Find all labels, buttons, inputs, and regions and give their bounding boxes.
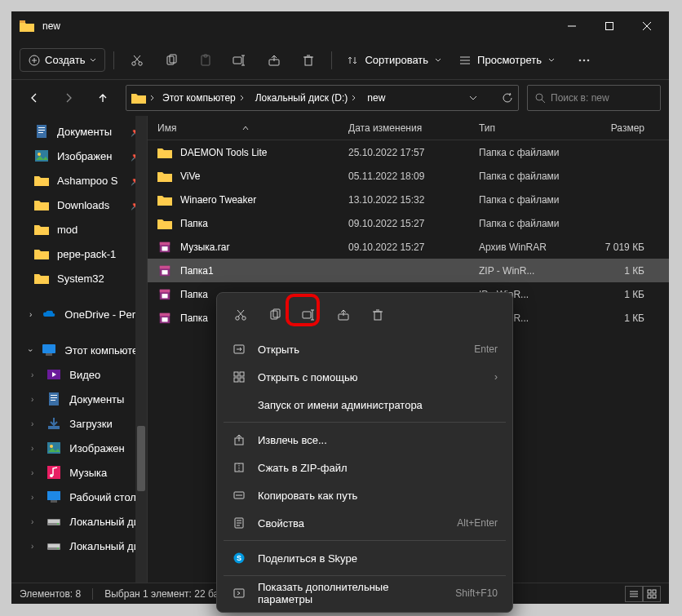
ctx-open[interactable]: ОткрытьEnter: [222, 335, 507, 363]
sidebar-item[interactable]: pepe-pack-1: [11, 242, 147, 266]
minimize-button[interactable]: [553, 13, 591, 39]
back-button[interactable]: [20, 83, 49, 113]
sidebar-scrollbar[interactable]: [135, 116, 147, 583]
scroll-thumb[interactable]: [137, 426, 145, 491]
ctx-copy-path[interactable]: Копировать как путь: [222, 481, 507, 509]
svg-rect-63: [162, 270, 167, 274]
sort-label: Сортировать: [365, 54, 428, 66]
svg-rect-74: [653, 590, 656, 593]
svg-point-57: [58, 547, 60, 549]
ctx-share-button[interactable]: [328, 301, 359, 329]
svg-rect-73: [648, 590, 651, 593]
file-row[interactable]: Музыка.rar09.10.2022 15:27Архив WinRAR7 …: [148, 235, 669, 259]
ellipsis-icon: [578, 54, 591, 67]
close-button[interactable]: [628, 13, 666, 39]
header-name[interactable]: Имя: [148, 122, 348, 134]
status-selected: Выбран 1 элемент: 22 байт: [104, 588, 228, 600]
paste-button[interactable]: [191, 46, 220, 75]
ctx-properties[interactable]: СвойстваAlt+Enter: [222, 509, 507, 537]
chevron-down-icon: [90, 57, 96, 64]
extract-icon: [232, 432, 246, 447]
ctx-copy-button[interactable]: [259, 301, 290, 329]
share-button[interactable]: [259, 46, 289, 75]
more-button[interactable]: [569, 46, 599, 75]
sidebar-item[interactable]: mod: [11, 217, 147, 242]
svg-point-77: [236, 317, 239, 320]
sidebar-item[interactable]: ›Видео: [11, 362, 147, 387]
ctx-delete-button[interactable]: [362, 301, 393, 329]
file-row[interactable]: Winaero Tweaker13.10.2022 15:32Папка с ф…: [148, 188, 669, 211]
sidebar-item[interactable]: Изображен📌: [11, 144, 147, 168]
file-row[interactable]: Папка09.10.2022 15:27Папка с файлами: [148, 211, 669, 235]
sidebar-thispc[interactable]: ›Этот компьютер: [11, 338, 147, 362]
separator: [224, 540, 506, 541]
sidebar-item[interactable]: ›Изображен: [11, 436, 147, 460]
svg-rect-68: [160, 312, 170, 316]
svg-rect-95: [240, 378, 244, 382]
breadcrumb-item[interactable]: Этот компьютер: [159, 91, 249, 105]
skype-icon: S: [232, 551, 246, 565]
copy-button[interactable]: [157, 46, 186, 75]
sort-button[interactable]: Сортировать: [340, 49, 448, 71]
header-type[interactable]: Тип: [479, 122, 593, 134]
chevron-down-icon[interactable]: [469, 94, 477, 102]
sidebar-item[interactable]: ›Документы: [11, 387, 147, 411]
file-row[interactable]: ViVe05.11.2022 18:09Папка с файлами: [148, 164, 669, 188]
view-button[interactable]: Просмотреть: [453, 49, 561, 71]
sidebar-item[interactable]: Ashampoo S📌: [11, 168, 147, 193]
address-bar[interactable]: Этот компьютер Локальный диск (D:) new: [126, 85, 519, 111]
svg-point-27: [579, 59, 582, 61]
svg-line-80: [237, 310, 243, 317]
more-icon: [232, 586, 246, 600]
svg-rect-92: [234, 372, 238, 376]
ctx-extract[interactable]: Извлечь все...: [222, 426, 507, 454]
svg-line-79: [238, 310, 244, 317]
ctx-compress[interactable]: Сжать в ZIP-файл: [222, 454, 507, 481]
ctx-cut-button[interactable]: [225, 301, 256, 329]
thumbnails-view-button[interactable]: [643, 586, 661, 602]
up-button[interactable]: [88, 83, 117, 113]
refresh-icon[interactable]: [502, 92, 513, 104]
svg-point-28: [583, 59, 586, 61]
ctx-skype[interactable]: SПоделиться в Skype: [222, 544, 507, 572]
maximize-button[interactable]: [591, 13, 628, 39]
forward-button[interactable]: [54, 83, 83, 113]
file-row[interactable]: DAEMON Tools Lite25.10.2022 17:57Папка с…: [148, 140, 669, 164]
svg-rect-42: [51, 395, 57, 396]
chevron-down-icon: [435, 57, 441, 64]
sidebar-item[interactable]: ›Локальный ди: [11, 534, 147, 558]
svg-rect-45: [48, 426, 60, 429]
sidebar-item[interactable]: System32: [11, 266, 147, 290]
file-row[interactable]: Папка1ZIP - WinR...1 КБ: [148, 259, 669, 282]
breadcrumb-item[interactable]: new: [364, 91, 388, 105]
ctx-more-options[interactable]: Показать дополнительные параметрыShift+F…: [222, 579, 507, 607]
svg-point-8: [132, 61, 135, 64]
sidebar-item[interactable]: Downloads📌: [11, 193, 147, 217]
search-input[interactable]: Поиск в: new: [527, 85, 661, 111]
svg-rect-2: [606, 23, 613, 30]
details-view-button[interactable]: [625, 586, 643, 602]
svg-rect-93: [240, 372, 244, 376]
breadcrumb-item[interactable]: Локальный диск (D:): [252, 91, 361, 105]
sidebar-item[interactable]: ›Рабочий стол: [11, 485, 147, 509]
sidebar-item[interactable]: ›Локальный ди: [11, 509, 147, 534]
search-placeholder: Поиск в: new: [551, 92, 609, 104]
header-date[interactable]: Дата изменения: [348, 122, 479, 134]
ctx-run-admin[interactable]: Запуск от имени администратора: [222, 391, 507, 419]
svg-rect-0: [20, 20, 25, 23]
create-button[interactable]: Создать: [20, 48, 105, 72]
ctx-open-with[interactable]: Открыть с помощью›: [222, 363, 507, 391]
sidebar-item[interactable]: Документы📌: [11, 119, 147, 144]
navigation-bar: Этот компьютер Локальный диск (D:) new П…: [11, 80, 669, 116]
header-size[interactable]: Размер: [593, 122, 669, 134]
sidebar-item[interactable]: ›Музыка: [11, 460, 147, 485]
sidebar-item[interactable]: ›Загрузки: [11, 411, 147, 436]
sidebar-onedrive[interactable]: ›OneDrive - Perso: [11, 302, 147, 326]
delete-button[interactable]: [294, 46, 323, 75]
chevron-right-icon: [149, 95, 156, 101]
cut-button[interactable]: [122, 46, 152, 75]
window-title: new: [42, 20, 553, 32]
rename-button[interactable]: [225, 46, 255, 75]
ctx-rename-button[interactable]: [294, 301, 325, 329]
svg-text:S: S: [237, 554, 241, 562]
